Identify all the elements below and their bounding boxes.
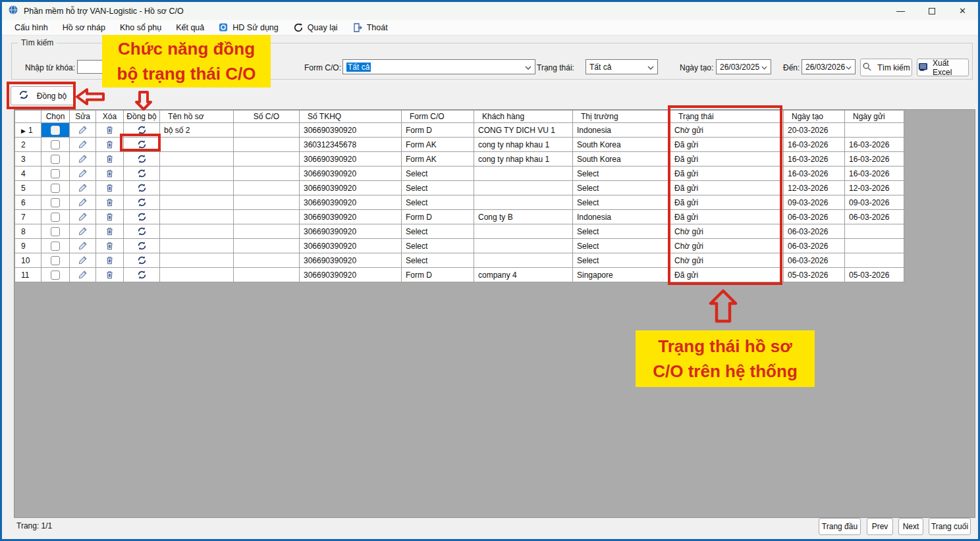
export-excel-button[interactable]: Xuất Excel bbox=[917, 59, 969, 76]
row-checkbox[interactable] bbox=[51, 169, 60, 178]
sync-cell[interactable] bbox=[124, 181, 160, 195]
row-checkbox[interactable] bbox=[51, 155, 60, 164]
edit-cell[interactable] bbox=[70, 224, 96, 239]
select-cell[interactable] bbox=[41, 210, 70, 224]
row-checkbox[interactable] bbox=[51, 256, 60, 265]
edit-cell[interactable] bbox=[70, 152, 96, 167]
sync-icon[interactable] bbox=[137, 168, 147, 178]
close-button[interactable]: ✕ bbox=[947, 2, 978, 20]
column-header[interactable]: Sửa bbox=[70, 111, 96, 123]
edit-cell[interactable] bbox=[70, 138, 96, 152]
menu-ho-so-nhap[interactable]: Hồ sơ nháp bbox=[55, 21, 113, 34]
trash-icon[interactable] bbox=[105, 226, 115, 236]
column-header[interactable]: Số C/O bbox=[234, 111, 300, 123]
row-checkbox[interactable] bbox=[51, 213, 60, 222]
delete-cell[interactable] bbox=[96, 195, 124, 210]
select-cell[interactable] bbox=[41, 224, 70, 239]
sync-cell[interactable] bbox=[124, 224, 160, 239]
column-header[interactable]: Số TKHQ bbox=[300, 111, 402, 123]
maximize-button[interactable] bbox=[916, 2, 947, 20]
delete-cell[interactable] bbox=[96, 167, 124, 181]
menu-hd-su-dung[interactable]: HD Sử dụng bbox=[211, 20, 286, 34]
search-button[interactable]: Tìm kiếm bbox=[860, 59, 912, 76]
edit-pencil-icon[interactable] bbox=[78, 168, 88, 178]
row-checkbox[interactable] bbox=[51, 140, 60, 149]
menu-ket-qua[interactable]: Kết quả bbox=[169, 21, 211, 34]
sync-cell[interactable] bbox=[124, 167, 160, 181]
edit-pencil-icon[interactable] bbox=[78, 212, 88, 221]
prev-page-button[interactable]: Prev bbox=[867, 518, 893, 535]
edit-cell[interactable] bbox=[70, 195, 96, 210]
sync-cell[interactable] bbox=[124, 253, 160, 268]
row-indicator[interactable]: 5 bbox=[15, 181, 41, 195]
column-header[interactable]: Ngày gửi bbox=[845, 111, 904, 123]
first-page-button[interactable]: Trang đầu bbox=[819, 518, 861, 535]
row-indicator[interactable]: 6 bbox=[15, 195, 41, 210]
sync-cell[interactable] bbox=[124, 268, 160, 282]
sync-icon[interactable] bbox=[137, 226, 147, 236]
row-indicator[interactable]: 11 bbox=[15, 268, 41, 282]
delete-cell[interactable] bbox=[96, 239, 124, 253]
row-checkbox[interactable] bbox=[51, 184, 60, 193]
trash-icon[interactable] bbox=[105, 140, 115, 149]
column-header[interactable]: Form C/O bbox=[402, 111, 474, 123]
sync-icon[interactable] bbox=[137, 255, 147, 265]
form-co-dropdown[interactable]: Tất cả bbox=[342, 59, 535, 74]
sync-icon[interactable] bbox=[137, 270, 147, 279]
delete-cell[interactable] bbox=[96, 253, 124, 268]
edit-pencil-icon[interactable] bbox=[78, 183, 88, 192]
row-checkbox[interactable] bbox=[51, 270, 60, 280]
delete-cell[interactable] bbox=[96, 210, 124, 224]
row-indicator[interactable]: 3 bbox=[15, 152, 41, 167]
row-indicator[interactable]: 7 bbox=[15, 210, 41, 224]
column-header[interactable] bbox=[15, 111, 41, 123]
edit-cell[interactable] bbox=[70, 253, 96, 268]
delete-cell[interactable] bbox=[96, 268, 124, 282]
trash-icon[interactable] bbox=[105, 154, 115, 163]
delete-cell[interactable] bbox=[96, 152, 124, 167]
sync-icon[interactable] bbox=[137, 183, 147, 192]
status-dropdown[interactable]: Tất cả bbox=[585, 59, 658, 74]
select-cell[interactable] bbox=[41, 167, 70, 181]
next-page-button[interactable]: Next bbox=[898, 518, 923, 535]
edit-cell[interactable] bbox=[70, 123, 96, 138]
select-cell[interactable] bbox=[41, 195, 70, 210]
select-cell[interactable] bbox=[41, 253, 70, 268]
select-cell[interactable] bbox=[41, 181, 70, 195]
delete-cell[interactable] bbox=[96, 224, 124, 239]
trash-icon[interactable] bbox=[105, 270, 115, 279]
trash-icon[interactable] bbox=[105, 197, 115, 207]
delete-cell[interactable] bbox=[96, 181, 124, 195]
menu-cau-hinh[interactable]: Cấu hình bbox=[7, 21, 55, 34]
sync-cell[interactable] bbox=[124, 239, 160, 253]
edit-pencil-icon[interactable] bbox=[78, 140, 88, 149]
column-header[interactable]: Chọn bbox=[41, 111, 70, 123]
last-page-button[interactable]: Trang cuối bbox=[929, 518, 971, 535]
date-from-dropdown[interactable]: 26/03/2025 bbox=[716, 59, 771, 74]
edit-cell[interactable] bbox=[70, 268, 96, 282]
row-checkbox[interactable] bbox=[51, 126, 60, 135]
select-cell[interactable] bbox=[41, 239, 70, 253]
sync-icon[interactable] bbox=[137, 212, 147, 221]
menu-kho-so-phu[interactable]: Kho sổ phụ bbox=[113, 21, 169, 34]
trash-icon[interactable] bbox=[105, 241, 115, 250]
sync-icon[interactable] bbox=[137, 241, 147, 250]
select-cell[interactable] bbox=[41, 268, 70, 282]
edit-cell[interactable] bbox=[70, 210, 96, 224]
minimize-button[interactable]: — bbox=[885, 2, 916, 20]
edit-cell[interactable] bbox=[70, 167, 96, 181]
trash-icon[interactable] bbox=[105, 125, 115, 134]
row-checkbox[interactable] bbox=[51, 227, 60, 236]
trash-icon[interactable] bbox=[105, 212, 115, 221]
row-indicator[interactable]: 9 bbox=[15, 239, 41, 253]
row-checkbox[interactable] bbox=[51, 242, 60, 251]
sync-icon[interactable] bbox=[137, 197, 147, 207]
column-header[interactable]: Ngày tạo bbox=[784, 111, 845, 123]
row-indicator[interactable]: 8 bbox=[15, 224, 41, 239]
row-indicator[interactable]: ▶1 bbox=[15, 123, 41, 138]
edit-pencil-icon[interactable] bbox=[78, 125, 88, 134]
edit-pencil-icon[interactable] bbox=[78, 154, 88, 163]
sync-cell[interactable] bbox=[124, 210, 160, 224]
sync-icon[interactable] bbox=[137, 125, 147, 134]
select-cell[interactable] bbox=[41, 152, 70, 167]
